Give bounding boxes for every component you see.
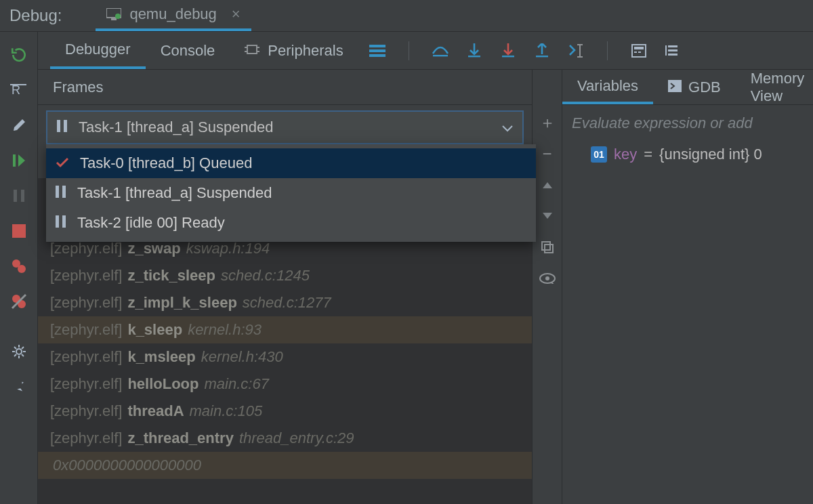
pause-button[interactable] (5, 182, 33, 209)
tab-peripherals[interactable]: Peripherals (230, 32, 358, 69)
variables-tab-bar: Variables GDB Memory View (562, 70, 813, 105)
stack-frame[interactable]: [zephyr.elf] threadA main.c:105 (38, 398, 532, 425)
frame-location: thread_entry.c:29 (239, 429, 354, 447)
stack-frame[interactable]: [zephyr.elf] z_thread_entry thread_entry… (38, 425, 532, 452)
variable-row[interactable]: 01 key = {unsigned int} 0 (562, 142, 813, 163)
svg-rect-50 (64, 120, 67, 132)
rerun-button[interactable] (5, 41, 33, 68)
stack-frame[interactable]: [zephyr.elf] k_msleep kernel.h:430 (38, 343, 532, 371)
run-config-name: qemu_debug (129, 5, 216, 23)
frame-function: k_sleep (127, 321, 182, 339)
svg-rect-49 (57, 120, 60, 132)
tab-debugger[interactable]: Debugger (50, 32, 146, 69)
tab-variables[interactable]: Variables (562, 70, 653, 104)
thread-option-label: Task-0 [thread_b] Queued (80, 154, 252, 172)
stack-frame[interactable]: [zephyr.elf] helloLoop main.c:67 (38, 371, 532, 398)
tab-console-label: Console (161, 42, 215, 60)
variable-type-badge: 01 (591, 146, 607, 163)
thread-option[interactable]: Task-2 [idle 00] Ready (46, 208, 536, 238)
tab-variables-label: Variables (577, 77, 638, 95)
svg-rect-44 (638, 51, 641, 53)
stack-frame[interactable]: [zephyr.elf] z_tick_sleep sched.c:1245 (38, 262, 532, 289)
view-breakpoints-button[interactable] (5, 253, 33, 280)
show-watches-button[interactable] (537, 268, 558, 289)
svg-rect-43 (634, 51, 637, 53)
equals-sign: = (644, 146, 652, 163)
tab-gdb[interactable]: GDB (653, 70, 736, 104)
tab-console[interactable]: Console (146, 32, 230, 69)
frame-location: kernel.h:430 (201, 348, 283, 366)
frame-location: sched.c:1245 (221, 267, 310, 285)
new-watch-button[interactable]: ＋ (537, 112, 558, 133)
thread-option[interactable]: Task-0 [thread_b] Queued (46, 148, 536, 178)
evaluate-expression-input[interactable]: Evaluate expression or add (562, 105, 813, 142)
evaluate-expression-icon[interactable] (629, 41, 648, 60)
frames-side-buttons: ＋ − (533, 70, 562, 504)
pin-button[interactable] (5, 373, 33, 400)
separator (409, 41, 409, 60)
debug-label: Debug: (9, 6, 62, 25)
force-step-into-icon[interactable] (499, 41, 518, 60)
frame-location: main.c:105 (190, 402, 263, 420)
svg-rect-28 (369, 45, 385, 47)
restart-debugger-button[interactable]: R (5, 77, 33, 104)
thread-option[interactable]: Task-1 [thread_a] Suspended (46, 178, 536, 208)
step-out-icon[interactable] (533, 41, 551, 60)
svg-rect-46 (668, 49, 678, 51)
frame-function: z_swap (127, 240, 180, 257)
svg-rect-29 (369, 49, 385, 52)
tab-peripherals-label: Peripherals (268, 42, 343, 60)
mute-breakpoints-button[interactable] (5, 288, 33, 315)
tab-debugger-label: Debugger (65, 41, 131, 58)
svg-rect-53 (56, 215, 59, 228)
svg-rect-42 (634, 47, 644, 49)
svg-rect-47 (668, 54, 678, 56)
svg-rect-52 (62, 186, 66, 198)
close-icon[interactable]: × (232, 5, 241, 23)
thread-selector[interactable]: Task-1 [thread_a] Suspended (46, 110, 524, 144)
debugger-tab-bar: Debugger Console Peripherals (38, 32, 813, 70)
svg-rect-5 (13, 154, 16, 167)
stack-frame[interactable]: 0x0000000000000000 (38, 452, 532, 479)
frame-function: helloLoop (127, 375, 199, 393)
threads-view-icon[interactable] (368, 41, 387, 60)
frame-function: z_tick_sleep (127, 267, 215, 285)
settings-button[interactable] (5, 338, 33, 365)
frame-module: [zephyr.elf] (50, 240, 122, 257)
svg-point-14 (16, 349, 22, 354)
suspended-thread-icon (56, 184, 66, 202)
console-prompt-icon (668, 79, 682, 96)
stop-button[interactable] (5, 217, 33, 245)
run-config-tab[interactable]: qemu_debug × (96, 0, 251, 31)
step-into-icon[interactable] (465, 41, 484, 60)
frame-location: main.c:67 (204, 375, 268, 393)
frame-function: k_msleep (127, 348, 195, 366)
move-up-button[interactable] (537, 174, 558, 196)
tab-memory-view[interactable]: Memory View (736, 70, 813, 104)
trace-current-stream-chain-icon[interactable] (663, 41, 682, 60)
svg-rect-1 (111, 18, 117, 20)
svg-rect-4 (10, 84, 26, 85)
separator (607, 41, 608, 60)
run-to-cursor-icon[interactable] (566, 41, 585, 60)
modify-run-config-button[interactable] (5, 112, 33, 139)
frame-module: [zephyr.elf] (50, 321, 122, 339)
step-over-icon[interactable] (431, 41, 450, 60)
check-icon (56, 154, 69, 172)
stack-frame[interactable]: [zephyr.elf] z_impl_k_sleep sched.c:1277 (38, 289, 532, 316)
resume-button[interactable] (5, 147, 33, 174)
duplicate-watch-button[interactable] (537, 236, 558, 258)
remove-watch-button[interactable]: − (537, 143, 558, 165)
stack-frame[interactable]: [zephyr.elf] k_sleep kernel.h:93 (38, 316, 532, 343)
thread-selector-label: Task-1 [thread_a] Suspended (79, 119, 273, 136)
variable-name: key (614, 146, 637, 163)
svg-rect-7 (21, 190, 24, 202)
svg-rect-45 (668, 45, 678, 47)
frame-function: threadA (127, 402, 184, 420)
move-down-button[interactable] (537, 205, 558, 227)
suspended-thread-icon (57, 119, 68, 136)
svg-rect-6 (14, 190, 17, 202)
frames-panel: Frames Task-1 [thread_a] Suspended Task-… (38, 70, 533, 504)
svg-rect-35 (502, 56, 514, 57)
evaluate-placeholder: Evaluate expression or add (572, 114, 753, 132)
